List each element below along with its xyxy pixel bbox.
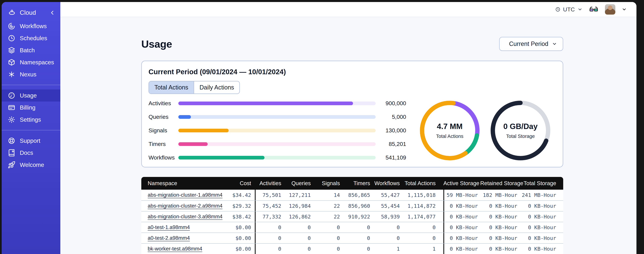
namespace-link[interactable]: abs-migration-cluster-2.a98mm4 xyxy=(148,203,222,209)
cell-timers: 0 xyxy=(342,222,372,232)
column-header-cost: Cost xyxy=(225,177,255,190)
period-selector-label: Current Period xyxy=(509,40,548,48)
cell-timers: 856,865 xyxy=(342,190,372,200)
bar-label: Signals xyxy=(148,127,178,134)
tab-total-actions[interactable]: Total Actions xyxy=(149,82,194,94)
sidebar-item-batch[interactable]: Batch xyxy=(2,44,60,56)
cell-activities: 0 xyxy=(255,222,284,232)
bar-fill xyxy=(178,156,264,160)
timezone-selector[interactable]: UTC xyxy=(555,6,582,13)
sidebar-item-label: Schedules xyxy=(20,35,47,42)
cell-cost: $0.00 xyxy=(225,243,255,254)
sidebar-item-docs[interactable]: Docs xyxy=(2,147,60,159)
cell-cost: $34.42 xyxy=(225,190,255,200)
cell-retained-storage: 0 KB-Hour xyxy=(480,200,520,211)
sidebar-divider xyxy=(2,85,60,85)
sidebar-item-label: Usage xyxy=(20,92,37,99)
content: Usage Current Period Current Period (09/… xyxy=(60,17,636,254)
chevron-down-icon xyxy=(578,7,582,12)
bar-fill xyxy=(178,142,208,146)
cell-cost: $0.00 xyxy=(225,222,255,232)
cell-queries: 126,984 xyxy=(284,200,313,211)
welcome-icon xyxy=(8,161,16,169)
sidebar-item-support[interactable]: Support xyxy=(2,135,60,147)
cell-total-actions: 1,115,018 xyxy=(402,190,443,200)
sidebar-item-label: Billing xyxy=(20,104,35,111)
sidebar-item-settings[interactable]: Settings xyxy=(2,114,60,126)
cell-queries: 127,211 xyxy=(284,190,313,200)
bar-row-signals: Signals130,000 xyxy=(148,127,406,134)
tab-daily-actions[interactable]: Daily Actions xyxy=(194,82,239,94)
bar-row-activities: Activities900,000 xyxy=(148,100,406,106)
column-header-active-storage: Active Storage xyxy=(443,177,480,190)
bar-value: 85,201 xyxy=(376,141,406,147)
sidebar-item-namespaces[interactable]: Namespaces xyxy=(2,56,60,68)
cell-cost: $0.00 xyxy=(225,232,255,243)
sidebar-item-workflows[interactable]: Workflows xyxy=(2,20,60,32)
support-icon xyxy=(8,137,16,144)
namespace-link[interactable]: a0-test-2.a98mm4 xyxy=(148,235,190,241)
bar-track xyxy=(178,115,376,119)
actions-bar-chart: Activities900,000Queries5,000Signals130,… xyxy=(148,100,406,161)
bar-fill xyxy=(178,129,229,132)
bar-value: 130,000 xyxy=(376,127,406,134)
user-avatar[interactable] xyxy=(605,4,615,14)
column-header-retained-storage: Retained Storage xyxy=(480,177,520,190)
workflows-icon xyxy=(8,22,16,30)
table-row: abs-migration-cluster-2.a98mm4$29.3275,4… xyxy=(141,200,563,211)
glasses-icon[interactable] xyxy=(589,4,598,14)
cell-active-storage: 0 KB-Hour xyxy=(443,200,480,211)
sidebar-item-welcome[interactable]: Welcome xyxy=(2,159,60,171)
table-row: a0-test-2.a98mm4$0.000000000 KB-Hour0 KB… xyxy=(141,232,563,243)
namespace-link[interactable]: bk-worker-test.a98mm4 xyxy=(148,246,202,252)
bar-label: Workflows xyxy=(148,154,178,161)
cell-workflows: 55,454 xyxy=(372,200,402,211)
cell-namespace: abs-migration-cluster-1.a98mm4 xyxy=(141,190,225,200)
sidebar-collapse-button[interactable] xyxy=(49,10,55,16)
sidebar-item-usage[interactable]: Usage xyxy=(2,90,60,102)
main-area: UTC Usage Current Period Current Period … xyxy=(60,2,636,254)
cell-active-storage: 59 MB-Hour xyxy=(443,190,480,200)
sidebar: Cloud WorkflowsSchedulesBatchNamespacesN… xyxy=(2,2,60,254)
cell-timers: 856,960 xyxy=(342,200,372,211)
bar-row-timers: Timers85,201 xyxy=(148,141,406,147)
nexus-icon xyxy=(8,70,16,78)
sidebar-item-label: Docs xyxy=(20,150,33,156)
namespace-link[interactable]: a0-test-1.a98mm4 xyxy=(148,224,190,230)
cell-active-storage: 0 KB-Hour xyxy=(443,211,480,222)
cell-queries: 126,862 xyxy=(284,211,313,222)
cell-queries: 0 xyxy=(284,243,313,254)
cell-activities: 0 xyxy=(255,232,284,243)
cell-namespace: a0-test-2.a98mm4 xyxy=(141,232,225,243)
cell-signals: 22 xyxy=(313,200,342,211)
cell-workflows: 58,939 xyxy=(372,211,402,222)
sidebar-item-label: Workflows xyxy=(20,23,47,30)
cell-namespace: abs-migration-cluster-2.a98mm4 xyxy=(141,200,225,211)
bar-label: Timers xyxy=(148,141,178,147)
cell-signals: 0 xyxy=(313,232,342,243)
total-storage-label: Total Storage xyxy=(506,134,535,139)
sidebar-item-nexus[interactable]: Nexus xyxy=(2,68,60,80)
account-menu-chevron-icon[interactable] xyxy=(622,7,627,12)
cell-timers: 0 xyxy=(342,243,372,254)
cell-timers: 910,922 xyxy=(342,211,372,222)
cell-retained-storage: 0 KB-Hour xyxy=(480,232,520,243)
cell-total-actions: 1,174,077 xyxy=(402,211,443,222)
namespace-link[interactable]: abs-migration-cluster-1.a98mm4 xyxy=(148,192,222,198)
sidebar-item-billing[interactable]: Billing xyxy=(2,102,60,114)
sidebar-item-label: Namespaces xyxy=(20,59,54,66)
app-window: Cloud WorkflowsSchedulesBatchNamespacesN… xyxy=(2,2,636,254)
total-actions-donut: 4.7 MM Total Actions xyxy=(420,101,480,160)
bar-value: 900,000 xyxy=(376,100,406,106)
total-storage-donut: 0 GB/Day Total Storage xyxy=(491,101,550,160)
table-row: abs-migration-cluster-3.a98mm4$38.4277,3… xyxy=(141,211,563,222)
billing-icon xyxy=(8,104,16,112)
cell-workflows: 55,427 xyxy=(372,190,402,200)
period-selector-button[interactable]: Current Period xyxy=(499,37,563,51)
sidebar-item-schedules[interactable]: Schedules xyxy=(2,32,60,44)
namespace-link[interactable]: abs-migration-cluster-3.a98mm4 xyxy=(148,214,222,220)
cell-signals: 22 xyxy=(313,211,342,222)
bar-track xyxy=(178,142,376,146)
bar-fill xyxy=(178,102,353,105)
cell-total-actions: 1,114,872 xyxy=(402,200,443,211)
